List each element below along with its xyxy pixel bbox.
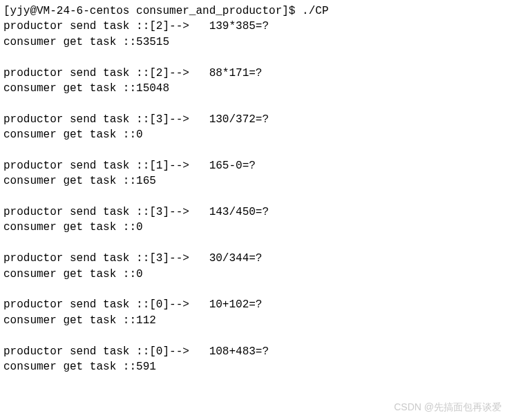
blank-line (3, 189, 509, 204)
blank-line (3, 282, 509, 297)
consumer-line: consumer get task ::591 (3, 359, 509, 374)
productor-line: productor send task ::[0]--> 10+102=? (3, 297, 509, 312)
productor-line: productor send task ::[3]--> 30/344=? (3, 251, 509, 266)
consumer-line: consumer get task ::165 (3, 173, 509, 189)
productor-line: productor send task ::[3]--> 130/372=? (3, 112, 509, 127)
watermark: CSDN @先搞面包再谈爱 (394, 401, 502, 414)
terminal-output: productor send task ::[2]--> 139*385=?co… (3, 19, 509, 374)
blank-line (3, 143, 509, 158)
blank-line (3, 328, 509, 343)
consumer-line: consumer get task ::15048 (3, 81, 509, 96)
consumer-line: consumer get task ::0 (3, 127, 509, 142)
productor-line: productor send task ::[2]--> 139*385=? (3, 19, 509, 34)
blank-line (3, 236, 509, 251)
terminal-prompt: [yjy@VM-24-6-centos consumer_and_product… (3, 3, 509, 19)
consumer-line: consumer get task ::53515 (3, 35, 509, 50)
productor-line: productor send task ::[1]--> 165-0=? (3, 158, 509, 173)
consumer-line: consumer get task ::112 (3, 313, 509, 328)
blank-line (3, 50, 509, 65)
productor-line: productor send task ::[2]--> 88*171=? (3, 66, 509, 81)
consumer-line: consumer get task ::0 (3, 267, 509, 282)
blank-line (3, 96, 509, 111)
productor-line: productor send task ::[3]--> 143/450=? (3, 204, 509, 220)
consumer-line: consumer get task ::0 (3, 220, 509, 235)
productor-line: productor send task ::[0]--> 108+483=? (3, 344, 509, 359)
